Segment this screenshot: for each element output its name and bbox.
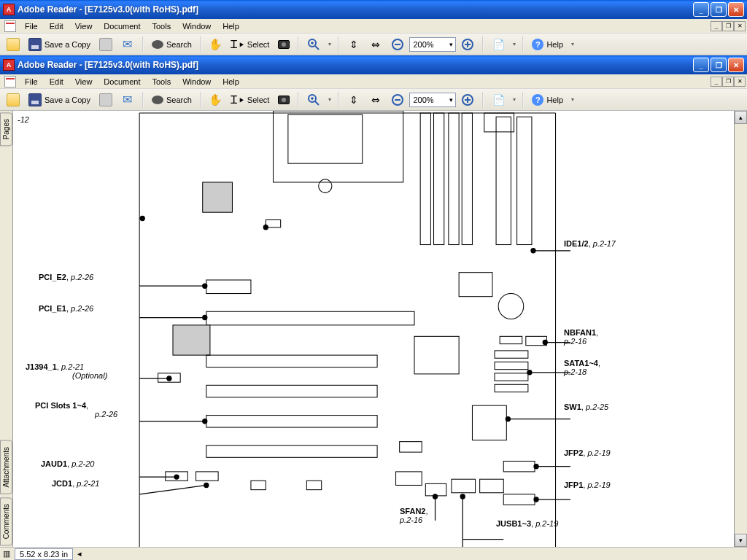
svg-rect-41 xyxy=(414,336,459,374)
minimize-button[interactable]: _ xyxy=(693,2,709,17)
help-label: Help xyxy=(546,96,563,104)
select-tool-button[interactable]: Ꮖ▸Select xyxy=(228,36,274,53)
open-button[interactable] xyxy=(3,36,23,53)
open-icon xyxy=(7,93,20,106)
menu-edit[interactable]: Edit xyxy=(44,76,69,88)
search-button[interactable]: Search xyxy=(148,36,196,53)
rotate-button[interactable]: 📄 xyxy=(488,36,508,53)
rotate-icon: 📄 xyxy=(492,38,505,51)
label-jusb: JUSB1~3, p.2-19 xyxy=(496,519,558,528)
zoom-level-select[interactable]: 200% xyxy=(409,37,456,52)
mdi-minimize[interactable]: _ xyxy=(711,21,722,31)
print-icon xyxy=(99,93,112,106)
document-icon xyxy=(4,76,16,88)
email-button[interactable]: ✉ xyxy=(117,36,138,53)
snapshot-button[interactable] xyxy=(274,91,293,109)
inner-menubar: File Edit View Document Tools Window Hel… xyxy=(0,74,747,89)
zoom-plus-button[interactable] xyxy=(457,91,478,109)
email-button[interactable]: ✉ xyxy=(117,91,138,109)
zoom-tool-dropdown[interactable] xyxy=(325,92,333,108)
hand-tool-button[interactable]: ✋ xyxy=(206,36,226,53)
save-copy-label: Save a Copy xyxy=(44,40,90,49)
hand-tool-button[interactable]: ✋ xyxy=(206,91,226,109)
rotate-button[interactable]: 📄 xyxy=(488,91,508,109)
fit-width-button[interactable]: ⇔ xyxy=(365,36,386,53)
svg-point-90 xyxy=(433,494,437,499)
print-button[interactable] xyxy=(96,91,116,109)
select-tool-button[interactable]: Ꮖ▸Select xyxy=(228,91,274,109)
label-sw1: SW1, p.2-25 xyxy=(564,402,608,411)
svg-rect-27 xyxy=(449,113,459,244)
help-button[interactable]: ?Help xyxy=(528,36,567,53)
mdi-restore[interactable]: ❐ xyxy=(722,21,734,31)
page-layout-icon[interactable]: ▥ xyxy=(3,549,10,559)
menu-document[interactable]: Document xyxy=(98,20,146,32)
minimize-button[interactable]: _ xyxy=(693,58,709,72)
menu-tools[interactable]: Tools xyxy=(147,76,177,88)
vertical-scrollbar[interactable]: ▴ ▾ xyxy=(734,111,747,547)
maximize-button[interactable]: ❐ xyxy=(711,2,727,17)
zoom-value: 200% xyxy=(413,40,433,49)
outer-titlebar: A Adobe Reader - [E7125v3.0(with RoHS).p… xyxy=(0,0,747,19)
zoom-level-select[interactable]: 200% xyxy=(409,93,456,107)
fit-height-button[interactable]: ⇕ xyxy=(344,91,364,109)
tab-pages[interactable]: Pages xyxy=(0,112,12,146)
menu-file[interactable]: File xyxy=(19,20,44,32)
fit-page-icon: ⇕ xyxy=(347,93,360,106)
menu-view[interactable]: View xyxy=(69,76,98,88)
page-dimensions: 5.52 x 8.23 in xyxy=(15,548,73,560)
maximize-button[interactable]: ❐ xyxy=(711,58,727,72)
mdi-restore[interactable]: ❐ xyxy=(722,77,734,87)
svg-rect-55 xyxy=(396,472,422,486)
svg-rect-42 xyxy=(495,351,528,358)
svg-rect-43 xyxy=(495,362,528,369)
fit-height-button[interactable]: ⇕ xyxy=(344,36,364,53)
scroll-left-icon[interactable]: ◂ xyxy=(77,549,82,559)
menu-file[interactable]: File xyxy=(19,76,44,88)
scroll-down-icon[interactable]: ▾ xyxy=(735,534,747,547)
zoom-plus-button[interactable] xyxy=(457,36,478,53)
svg-rect-33 xyxy=(459,273,492,297)
menu-window[interactable]: Window xyxy=(177,20,217,32)
help-dropdown[interactable] xyxy=(568,36,576,52)
zoom-in-button[interactable] xyxy=(303,36,324,53)
mdi-minimize[interactable]: _ xyxy=(711,77,722,87)
svg-rect-35 xyxy=(206,311,414,325)
print-button[interactable] xyxy=(96,36,116,53)
save-copy-button[interactable]: Save a Copy xyxy=(25,91,94,109)
zoom-in-button[interactable] xyxy=(303,91,324,109)
save-copy-button[interactable]: Save a Copy xyxy=(25,36,94,53)
menu-tools[interactable]: Tools xyxy=(147,20,177,32)
rotate-dropdown[interactable] xyxy=(510,92,518,108)
search-button[interactable]: Search xyxy=(148,91,196,109)
tab-comments[interactable]: Comments xyxy=(0,497,12,545)
close-button[interactable]: ✕ xyxy=(728,58,744,72)
zoom-out-button[interactable] xyxy=(387,91,408,109)
menu-window[interactable]: Window xyxy=(177,76,217,88)
help-dropdown[interactable] xyxy=(568,92,576,108)
svg-point-80 xyxy=(543,340,547,344)
tab-attachments[interactable]: Attachments xyxy=(0,440,12,494)
close-button[interactable]: ✕ xyxy=(728,2,744,17)
rotate-dropdown[interactable] xyxy=(510,36,518,52)
menu-help[interactable]: Help xyxy=(217,20,245,32)
fit-width-icon: ⇔ xyxy=(369,93,382,106)
zoom-out-button[interactable] xyxy=(387,36,408,53)
mdi-close[interactable]: ✕ xyxy=(734,21,746,31)
menu-document[interactable]: Document xyxy=(98,76,146,88)
fit-width-button[interactable]: ⇔ xyxy=(365,91,386,109)
scroll-up-icon[interactable]: ▴ xyxy=(735,111,747,124)
help-button[interactable]: ?Help xyxy=(528,91,567,109)
snapshot-button[interactable] xyxy=(274,36,293,53)
page-view[interactable]: -12 PCI_E2, p.2-26 PCI_E1, p.2-26 J1394_… xyxy=(13,111,734,547)
zoom-tool-dropdown[interactable] xyxy=(325,36,333,52)
open-button[interactable] xyxy=(3,91,23,109)
svg-rect-25 xyxy=(420,113,430,244)
menu-edit[interactable]: Edit xyxy=(44,20,69,32)
menu-help[interactable]: Help xyxy=(217,76,245,88)
label-sfan2: SFAN2,p.2-16 xyxy=(400,507,428,524)
menu-view[interactable]: View xyxy=(69,20,98,32)
mdi-close[interactable]: ✕ xyxy=(734,77,746,87)
svg-rect-48 xyxy=(472,405,506,440)
binoculars-icon xyxy=(152,96,163,104)
